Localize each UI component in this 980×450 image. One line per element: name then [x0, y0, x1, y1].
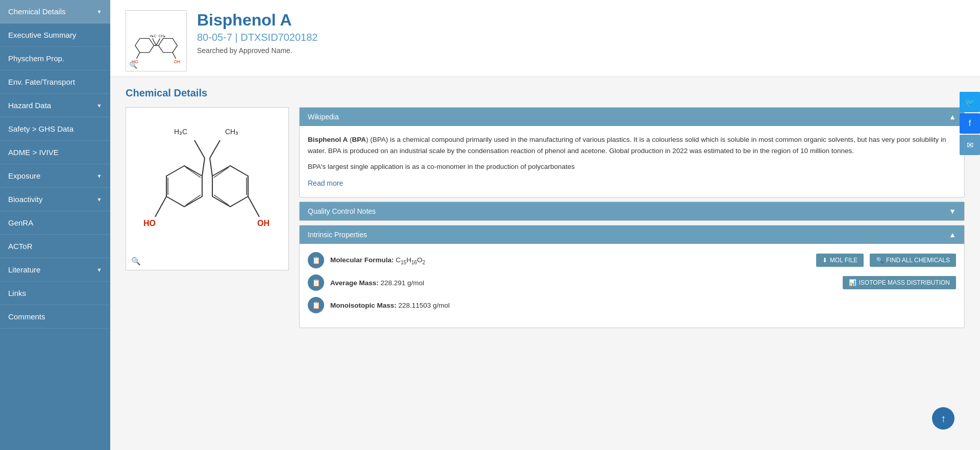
download-icon: ⬇ — [822, 257, 827, 264]
sidebar-item-literature[interactable]: Literature▼ — [0, 258, 110, 282]
bpa-acronym: (BPA) — [350, 136, 369, 143]
quality-panel-header[interactable]: Quality Control Notes ▼ — [300, 202, 964, 220]
svg-marker-19 — [212, 166, 248, 207]
svg-line-24 — [210, 158, 212, 176]
svg-text:CH₃: CH₃ — [159, 34, 166, 38]
quality-collapse-icon: ▼ — [949, 207, 956, 215]
section-title: Chemical Details — [126, 87, 965, 99]
wikipedia-text-1: Bisphenol A (BPA) (BPA) is a chemical co… — [308, 134, 956, 156]
svg-line-9 — [173, 53, 176, 59]
sidebar-item-label: Links — [8, 289, 26, 297]
svg-line-18 — [186, 195, 201, 205]
wikipedia-panel: Wikipedia ▲ Bisphenol A (BPA) (BPA) is a… — [299, 107, 965, 197]
intrinsic-collapse-icon: ▲ — [949, 231, 956, 239]
find-all-chemicals-button[interactable]: 🔍 FIND ALL CHEMICALS — [870, 254, 956, 267]
mol-formula-key: Molecular Formula: — [330, 256, 394, 264]
wikipedia-panel-title: Wikipedia — [308, 113, 339, 121]
avg-mass-copy-icon[interactable]: 📋 — [308, 274, 324, 291]
find-all-label: FIND ALL CHEMICALS — [886, 257, 950, 264]
sidebar-item-genra[interactable]: GenRA — [0, 211, 110, 235]
sidebar-item-bioactivity[interactable]: Bioactivity▼ — [0, 188, 110, 211]
mol-formula-value: C15H16O2 — [396, 256, 425, 264]
sidebar-item-executive-summary[interactable]: Executive Summary — [0, 23, 110, 47]
read-more-link[interactable]: Read more — [308, 179, 343, 187]
sidebar-item-label: Comments — [8, 312, 45, 321]
svg-line-7 — [137, 53, 140, 59]
searched-by: Searched by Approved Name. — [197, 46, 965, 55]
molecule-thumbnail[interactable]: H₃C CH₃ HO OH 🔍 — [126, 10, 187, 71]
mono-mass-number: 228.11503 g/mol — [399, 302, 450, 309]
viewer-zoom-icon[interactable]: 🔍 — [131, 257, 141, 266]
mono-mass-key: Monoisotopic Mass: — [330, 302, 397, 309]
sidebar-item-safety---ghs-data[interactable]: Safety > GHS Data — [0, 117, 110, 141]
mol-formula-label: Molecular Formula: C15H16O2 — [330, 255, 810, 267]
svg-marker-1 — [159, 38, 178, 52]
chart-icon: 📊 — [849, 279, 856, 286]
svg-text:OH: OH — [257, 219, 270, 228]
sidebar-item-label: Env. Fate/Transport — [8, 78, 75, 86]
social-buttons: 🐦 f ✉ — [960, 92, 980, 155]
isotope-button[interactable]: 📊 ISOTOPE MASS DISTRIBUTION — [843, 276, 956, 289]
mono-mass-copy-icon[interactable]: 📋 — [308, 297, 324, 313]
sidebar-item-comments[interactable]: Comments — [0, 305, 110, 329]
mol-file-button[interactable]: ⬇ MOL FILE — [816, 254, 864, 267]
mono-mass-row: 📋 Monoisotopic Mass: 228.11503 g/mol — [308, 297, 956, 313]
chevron-icon: ▼ — [96, 267, 102, 273]
svg-text:H₃C: H₃C — [150, 34, 157, 38]
sidebar: Chemical Details▼Executive SummaryPhysch… — [0, 0, 110, 450]
sidebar-item-label: Exposure — [8, 171, 40, 180]
intrinsic-panel-body: 📋 Molecular Formula: C15H16O2 ⬇ MOL FILE… — [300, 244, 964, 328]
wikipedia-text-2: BPA's largest single application is as a… — [308, 161, 956, 172]
avg-mass-key: Average Mass: — [330, 279, 379, 287]
svg-line-21 — [214, 167, 229, 178]
quality-panel-title: Quality Control Notes — [308, 207, 376, 215]
sidebar-item-actor[interactable]: ACToR — [0, 235, 110, 258]
zoom-icon[interactable]: 🔍 — [129, 61, 137, 69]
sidebar-item-physchem-prop-[interactable]: Physchem Prop. — [0, 47, 110, 70]
sidebar-item-links[interactable]: Links — [0, 282, 110, 305]
mol-formula-copy-icon[interactable]: 📋 — [308, 252, 324, 268]
chevron-icon: ▼ — [96, 9, 102, 15]
main-content: H₃C CH₃ HO OH 🔍 Bisphenol A 80-05-7 | DT… — [110, 0, 980, 450]
sidebar-item-env--fate-transport[interactable]: Env. Fate/Transport — [0, 70, 110, 94]
chevron-icon: ▼ — [96, 196, 102, 203]
intrinsic-panel-header[interactable]: Intrinsic Properties ▲ — [300, 226, 964, 244]
svg-text:OH: OH — [174, 60, 180, 64]
sidebar-item-label: Executive Summary — [8, 31, 76, 39]
svg-text:HO: HO — [143, 219, 156, 228]
chevron-icon: ▼ — [96, 103, 102, 109]
page-header: H₃C CH₃ HO OH 🔍 Bisphenol A 80-05-7 | DT… — [110, 0, 980, 77]
avg-mass-number: 228.291 g/mol — [381, 279, 425, 287]
avg-mass-label: Average Mass: 228.291 g/mol — [330, 278, 837, 289]
sidebar-item-adme---ivive[interactable]: ADME > IVIVE — [0, 141, 110, 164]
wikipedia-panel-header[interactable]: Wikipedia ▲ — [300, 108, 964, 126]
wikipedia-paragraph-1: (BPA) is a chemical compound primarily u… — [308, 136, 946, 155]
twitter-button[interactable]: 🐦 — [960, 92, 980, 112]
sidebar-item-label: Safety > GHS Data — [8, 124, 74, 133]
mono-mass-label: Monoisotopic Mass: 228.11503 g/mol — [330, 300, 956, 311]
search-icon: 🔍 — [876, 257, 884, 264]
mol-file-label: MOL FILE — [830, 257, 857, 264]
svg-line-17 — [186, 167, 201, 178]
svg-text:H₃C: H₃C — [174, 128, 187, 136]
facebook-button[interactable]: f — [960, 113, 980, 134]
wikipedia-panel-body: Bisphenol A (BPA) (BPA) is a chemical co… — [300, 126, 964, 197]
avg-mass-row: 📋 Average Mass: 228.291 g/mol 📊 ISOTOPE … — [308, 274, 956, 291]
sidebar-item-hazard-data[interactable]: Hazard Data▼ — [0, 94, 110, 117]
molecule-viewer[interactable]: H₃C CH₃ — [126, 107, 289, 270]
svg-line-13 — [194, 140, 205, 158]
sidebar-item-label: GenRA — [8, 218, 33, 227]
info-panels: Wikipedia ▲ Bisphenol A (BPA) (BPA) is a… — [299, 107, 965, 328]
sidebar-item-exposure[interactable]: Exposure▼ — [0, 164, 110, 188]
email-button[interactable]: ✉ — [960, 135, 980, 155]
chemical-name: Bisphenol A — [197, 10, 965, 30]
svg-marker-15 — [166, 166, 202, 207]
svg-line-22 — [214, 195, 229, 205]
sidebar-item-chemical-details[interactable]: Chemical Details▼ — [0, 0, 110, 23]
svg-line-23 — [202, 158, 205, 176]
intrinsic-panel: Intrinsic Properties ▲ 📋 Molecular Formu… — [299, 225, 965, 328]
chemical-id: 80-05-7 | DTXSID7020182 — [197, 32, 965, 43]
scroll-to-top-button[interactable]: ↑ — [932, 407, 954, 430]
sidebar-item-label: ADME > IVIVE — [8, 148, 59, 157]
mol-formula-row: 📋 Molecular Formula: C15H16O2 ⬇ MOL FILE… — [308, 252, 956, 268]
